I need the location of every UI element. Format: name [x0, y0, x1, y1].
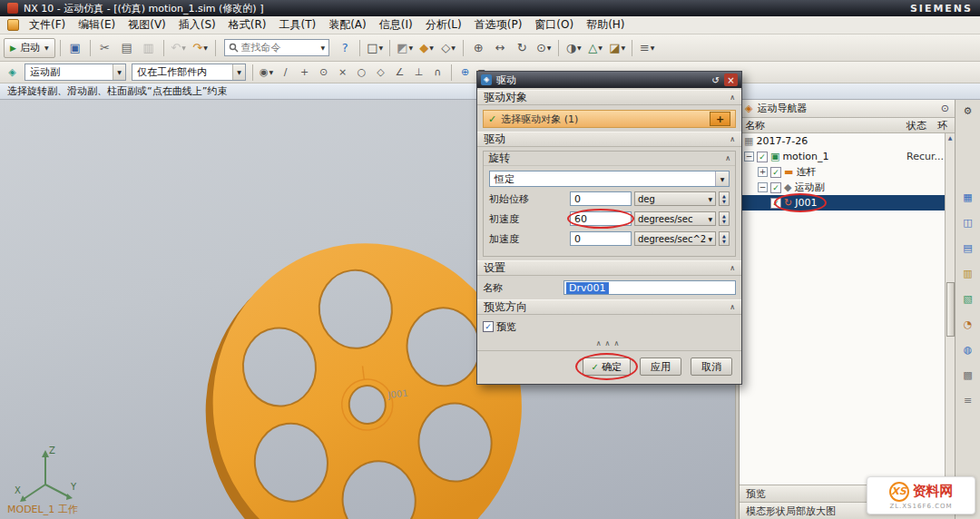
dialog-reset-button[interactable]: ↺ — [709, 73, 722, 86]
menu-item[interactable]: 装配(A) — [322, 16, 373, 34]
pan-icon[interactable]: ↔ — [490, 38, 510, 58]
spin-down-icon[interactable]: ▼ — [722, 239, 726, 244]
menu-item[interactable]: 信息(I) — [373, 16, 419, 34]
dialog-title-bar[interactable]: ◈ 驱动 ↺ × — [477, 72, 741, 88]
name-input[interactable]: Drv001 — [564, 280, 736, 295]
expand-expander-icon[interactable]: + — [758, 167, 768, 177]
dialog-collapse-handle[interactable]: ∧∧∧ — [477, 338, 741, 350]
manager-icon[interactable]: ▩ — [959, 367, 976, 384]
command-finder[interactable]: ▼ — [224, 39, 330, 56]
menu-item[interactable]: 首选项(P) — [468, 16, 529, 34]
scrollbar-thumb[interactable] — [946, 282, 955, 337]
menu-item[interactable]: 文件(F) — [23, 16, 72, 34]
process-studio-icon[interactable]: ◍ — [959, 341, 976, 358]
angle-snap-icon[interactable]: ∠ — [391, 64, 408, 81]
view-palette-icon[interactable]: ▧ — [959, 290, 976, 308]
menu-item[interactable]: 工具(T) — [272, 16, 322, 34]
start-menu-button[interactable]: ▶ 启动 ▼ — [4, 38, 55, 58]
menu-item[interactable]: 编辑(E) — [72, 16, 122, 34]
spin-down-icon[interactable]: ▼ — [722, 199, 726, 204]
endpoint-snap-icon[interactable]: / — [277, 64, 294, 81]
ok-button[interactable]: ✓ 确定 — [583, 357, 631, 376]
value-spinner[interactable]: ▲▼ — [719, 211, 730, 226]
acceleration-input[interactable]: 0 — [570, 231, 632, 246]
pin-icon[interactable]: ⊙ — [941, 103, 949, 114]
selection-type-filter[interactable]: 运动副 ▼ — [24, 64, 126, 81]
assembly-navigator-icon[interactable]: ▦ — [959, 189, 976, 206]
scroll-up-icon[interactable]: ▲ — [948, 134, 953, 141]
edit-section-icon[interactable]: ◪▼ — [607, 38, 627, 58]
zoom-icon[interactable]: ⊕ — [468, 38, 488, 58]
column-name[interactable]: 名称 — [745, 119, 765, 132]
spin-down-icon[interactable]: ▼ — [722, 219, 726, 224]
select-drive-object-row[interactable]: ✓ 选择驱动对象 (1) + — [483, 110, 736, 128]
node-checkbox[interactable]: ✓ — [770, 198, 781, 209]
tree-row-date[interactable]: ▦ 2017-7-26 — [740, 133, 945, 149]
column-status[interactable]: 状态 — [906, 119, 926, 132]
menu-item[interactable]: 帮助(H) — [580, 16, 631, 34]
value-spinner[interactable]: ▲▼ — [719, 191, 730, 206]
constraint-navigator-icon[interactable]: ◫ — [959, 214, 976, 231]
details-panel-icon[interactable]: ≡ — [959, 392, 976, 409]
menu-item[interactable]: 插入(S) — [172, 16, 222, 34]
profile-type-select[interactable]: 恒定 ▼ — [489, 171, 730, 187]
tangent-snap-icon[interactable]: ∩ — [429, 64, 446, 81]
tree-row-j001[interactable]: ✓ ↻ J001 — [740, 195, 945, 211]
center-snap-icon[interactable]: ⊙ — [315, 64, 332, 81]
initial-velocity-input[interactable]: 60 — [570, 211, 632, 226]
cut-icon[interactable]: ✂ — [95, 38, 115, 58]
copy-icon[interactable]: ▤ — [117, 38, 137, 58]
tree-row-links[interactable]: + ✓ ▬ 连杆 — [740, 164, 945, 180]
section-preview-direction[interactable]: 预览方向 ∧ — [477, 299, 741, 315]
intersection-snap-icon[interactable]: × — [334, 64, 351, 81]
initial-velocity-unit-select[interactable]: degrees/sec▼ — [634, 211, 716, 226]
j001-node[interactable]: ↻ J001 — [784, 197, 817, 209]
history-icon[interactable]: ◔ — [959, 316, 976, 333]
initial-displacement-input[interactable]: 0 — [570, 191, 632, 206]
tree-row-motion[interactable]: − ✓ ▣ motion_1 Recur... — [740, 149, 945, 164]
node-checkbox[interactable]: ✓ — [770, 167, 781, 178]
motion-sim-icon[interactable]: ◈ — [4, 64, 21, 81]
section-settings[interactable]: 设置 ∧ — [477, 260, 741, 276]
wcs-icon[interactable]: ⊕ — [456, 64, 474, 81]
chevron-down-icon[interactable]: ▼ — [321, 44, 326, 51]
help-icon[interactable]: ? — [335, 38, 355, 58]
menus-more-icon[interactable]: ≡▼ — [637, 38, 657, 58]
navigator-scrollbar[interactable]: ▲ ▼ — [945, 133, 955, 485]
app-menu-icon[interactable] — [7, 19, 19, 31]
quadrant-snap-icon[interactable]: ○ — [353, 64, 370, 81]
reuse-library-icon[interactable]: ▥ — [959, 265, 976, 282]
shaded-view-icon[interactable]: ◆▼ — [416, 38, 436, 58]
preview-checkbox[interactable]: ✓ — [483, 321, 494, 332]
collapse-expander-icon[interactable]: − — [744, 152, 754, 162]
midpoint-snap-icon[interactable]: + — [296, 64, 313, 81]
collapse-expander-icon[interactable]: − — [758, 182, 768, 192]
acceleration-unit-select[interactable]: degrees/sec^2▼ — [634, 231, 716, 246]
cancel-button[interactable]: 取消 — [691, 357, 732, 376]
rotate-view-icon[interactable]: ↻ — [512, 38, 532, 58]
menu-item[interactable]: 窗口(O) — [528, 16, 580, 34]
menu-item[interactable]: 分析(L) — [419, 16, 468, 34]
wireframe-view-icon[interactable]: ◇▼ — [438, 38, 458, 58]
existing-point-snap-icon[interactable]: ◇ — [372, 64, 389, 81]
move-object-icon[interactable]: △▼ — [585, 38, 605, 58]
menu-item[interactable]: 视图(V) — [122, 16, 172, 34]
save-icon[interactable]: ▣ — [65, 38, 85, 58]
section-drive[interactable]: 驱动 ∧ — [477, 132, 741, 147]
redo-icon[interactable]: ↷▼ — [191, 38, 211, 58]
selection-scope-filter[interactable]: 仅在工作部件内 ▼ — [132, 64, 246, 81]
value-spinner[interactable]: ▲▼ — [719, 231, 730, 246]
perpendicular-snap-icon[interactable]: ⊥ — [410, 64, 427, 81]
rotation-group-header[interactable]: 旋转 ∧ — [484, 152, 735, 166]
part-navigator-icon[interactable]: ▤ — [959, 240, 976, 257]
node-checkbox[interactable]: ✓ — [757, 152, 768, 162]
dialog-close-button[interactable]: × — [724, 73, 738, 86]
tree-row-joints[interactable]: − ✓ ◆ 运动副 — [740, 180, 945, 195]
section-drive-object[interactable]: 驱动对象 ∧ — [477, 90, 741, 105]
command-finder-input[interactable] — [241, 42, 318, 54]
show-hide-icon[interactable]: ◑▼ — [564, 38, 583, 58]
initial-displacement-unit-select[interactable]: deg▼ — [634, 191, 716, 206]
settings-gear-icon[interactable]: ⚙ — [959, 103, 976, 120]
fit-view-icon[interactable]: ⊙▼ — [534, 38, 554, 58]
apply-button[interactable]: 应用 — [640, 357, 681, 376]
